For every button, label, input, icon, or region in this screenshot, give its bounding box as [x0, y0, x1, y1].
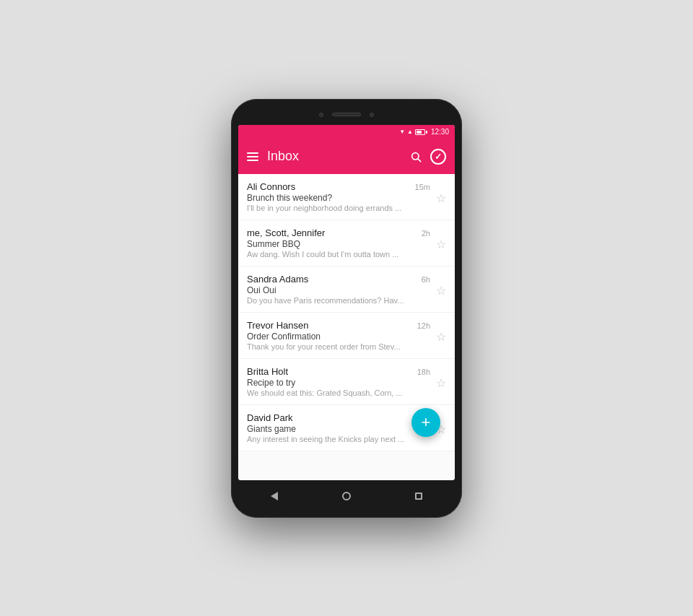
email-content-0: Ali Connors 15m Brunch this weekend? I'l…: [247, 181, 430, 212]
phone-device: ▼ ▲ 12:30 Inbox: [231, 99, 462, 518]
email-time-4: 18h: [417, 368, 430, 376]
email-subject-1: Summer BBQ: [247, 239, 430, 249]
status-time: 12:30: [431, 128, 449, 136]
email-sender-4: Britta Holt: [247, 366, 288, 377]
email-header-4: Britta Holt 18h: [247, 366, 430, 377]
email-time-3: 12h: [417, 321, 430, 330]
home-icon: [342, 492, 351, 500]
email-item-4[interactable]: Britta Holt 18h Recipe to try We should …: [238, 359, 455, 405]
email-content-4: Britta Holt 18h Recipe to try We should …: [247, 366, 430, 397]
recents-nav-button[interactable]: [406, 483, 432, 509]
select-all-button[interactable]: [430, 149, 446, 165]
email-preview-5: Any interest in seeing the Knicks play n…: [247, 435, 430, 443]
email-preview-2: Do you have Paris recommendations? Hav..…: [247, 296, 430, 305]
email-item-1[interactable]: me, Scott, Jennifer 2h Summer BBQ Aw dan…: [238, 220, 455, 266]
email-header-1: me, Scott, Jennifer 2h: [247, 227, 430, 238]
email-subject-4: Recipe to try: [247, 378, 430, 388]
email-sender-3: Trevor Hansen: [247, 320, 309, 331]
email-time-0: 15m: [415, 183, 430, 191]
back-nav-button[interactable]: [261, 483, 287, 509]
search-button[interactable]: [410, 151, 422, 162]
app-bar-actions: [410, 149, 446, 165]
back-icon: [271, 492, 278, 500]
email-subject-2: Oui Oui: [247, 285, 430, 295]
email-preview-3: Thank you for your recent order from Ste…: [247, 342, 430, 351]
fab-plus-icon: +: [422, 415, 431, 430]
email-subject-3: Order Confirmation: [247, 331, 430, 342]
front-sensor: [370, 113, 374, 117]
app-bar-title: Inbox: [267, 149, 401, 164]
star-icon-3[interactable]: ☆: [436, 330, 446, 344]
star-icon-0[interactable]: ☆: [436, 191, 446, 205]
bottom-nav-bar: [238, 483, 455, 509]
wifi-icon: ▼: [399, 129, 405, 135]
email-preview-4: We should eat this: Grated Squash, Corn,…: [247, 389, 430, 397]
star-icon-2[interactable]: ☆: [436, 284, 446, 298]
email-content-1: me, Scott, Jennifer 2h Summer BBQ Aw dan…: [247, 227, 430, 259]
app-bar: Inbox: [238, 139, 455, 174]
hamburger-menu-button[interactable]: [247, 152, 258, 161]
check-circle-icon: [430, 149, 446, 165]
email-header-5: David Park: [247, 412, 430, 423]
email-sender-1: me, Scott, Jennifer: [247, 227, 325, 238]
phone-top-bar: [238, 108, 455, 122]
battery-icon: [415, 129, 425, 135]
status-icons: ▼ ▲: [399, 129, 425, 135]
email-header-3: Trevor Hansen 12h: [247, 320, 430, 331]
email-item-2[interactable]: Sandra Adams 6h Oui Oui Do you have Pari…: [238, 266, 455, 313]
email-preview-0: I'll be in your neighborhood doing erran…: [247, 204, 430, 212]
email-header-2: Sandra Adams 6h: [247, 274, 430, 285]
email-content-5: David Park Giants game Any interest in s…: [247, 412, 430, 443]
email-content-3: Trevor Hansen 12h Order Confirmation Tha…: [247, 320, 430, 351]
email-content-2: Sandra Adams 6h Oui Oui Do you have Pari…: [247, 274, 430, 305]
status-bar: ▼ ▲ 12:30: [238, 125, 455, 139]
email-time-1: 2h: [422, 229, 430, 238]
earpiece-speaker: [332, 113, 361, 116]
hamburger-line-2: [247, 156, 258, 157]
star-icon-1[interactable]: ☆: [436, 238, 446, 251]
svg-line-1: [418, 159, 421, 162]
hamburger-line-1: [247, 152, 258, 154]
email-time-2: 6h: [422, 275, 430, 284]
email-sender-2: Sandra Adams: [247, 274, 308, 285]
home-nav-button[interactable]: [334, 483, 359, 509]
star-icon-4[interactable]: ☆: [436, 376, 446, 390]
email-preview-1: Aw dang. Wish I could but I'm outta town…: [247, 250, 430, 259]
email-header-0: Ali Connors 15m: [247, 181, 430, 192]
recents-icon: [415, 493, 422, 500]
hamburger-line-3: [247, 160, 258, 161]
email-list: Ali Connors 15m Brunch this weekend? I'l…: [238, 174, 455, 480]
email-subject-0: Brunch this weekend?: [247, 193, 430, 203]
email-item-3[interactable]: Trevor Hansen 12h Order Confirmation Tha…: [238, 313, 455, 359]
email-item-0[interactable]: Ali Connors 15m Brunch this weekend? I'l…: [238, 174, 455, 220]
email-sender-5: David Park: [247, 412, 293, 423]
signal-icon: ▲: [407, 129, 413, 135]
front-camera: [319, 113, 323, 117]
compose-fab-button[interactable]: +: [411, 408, 440, 437]
email-subject-5: Giants game: [247, 424, 430, 434]
battery-fill: [417, 131, 422, 134]
phone-screen: ▼ ▲ 12:30 Inbox: [238, 125, 455, 480]
email-sender-0: Ali Connors: [247, 181, 295, 192]
